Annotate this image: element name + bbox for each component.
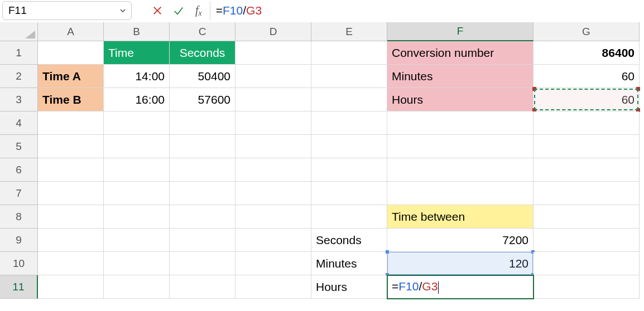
- cell-g3[interactable]: 60: [534, 88, 640, 111]
- formula-input[interactable]: =F10/G3: [210, 1, 642, 20]
- cell-d8[interactable]: [236, 205, 311, 229]
- row-header-8[interactable]: 8: [0, 205, 38, 229]
- confirm-button[interactable]: [170, 2, 188, 20]
- cell-d6[interactable]: [236, 158, 311, 182]
- cell-e10[interactable]: Minutes: [311, 252, 387, 275]
- cell-b9[interactable]: [104, 229, 170, 252]
- cell-b10[interactable]: [104, 252, 170, 275]
- cell-f4[interactable]: [387, 111, 534, 135]
- cell-g9[interactable]: [534, 229, 640, 252]
- cell-d7[interactable]: [236, 182, 311, 205]
- row-header-3[interactable]: 3: [0, 88, 38, 111]
- cell-e2[interactable]: [311, 65, 387, 88]
- row-header-11[interactable]: 11: [0, 275, 38, 299]
- cell-b8[interactable]: [104, 205, 170, 229]
- cell-c8[interactable]: [170, 205, 236, 229]
- col-header-b[interactable]: B: [104, 22, 170, 41]
- row-header-2[interactable]: 2: [0, 65, 38, 88]
- cell-d1[interactable]: [236, 41, 311, 65]
- chevron-down-icon[interactable]: [119, 7, 127, 14]
- cell-b6[interactable]: [104, 158, 170, 182]
- cell-g1[interactable]: 86400: [534, 41, 640, 65]
- cell-c6[interactable]: [170, 158, 236, 182]
- cell-f9[interactable]: 7200: [387, 229, 534, 252]
- cell-g7[interactable]: [534, 182, 640, 205]
- row-header-5[interactable]: 5: [0, 135, 38, 158]
- cell-b1[interactable]: Time: [104, 41, 170, 65]
- cell-e6[interactable]: [311, 158, 387, 182]
- cell-e11[interactable]: Hours: [311, 275, 387, 299]
- cell-a3[interactable]: Time B: [38, 88, 104, 111]
- cell-d10[interactable]: [236, 252, 311, 275]
- cell-f3[interactable]: Hours: [387, 88, 534, 111]
- cell-c7[interactable]: [170, 182, 236, 205]
- col-header-a[interactable]: A: [38, 22, 104, 41]
- cell-a2[interactable]: Time A: [38, 65, 104, 88]
- cell-g6[interactable]: [534, 158, 640, 182]
- cell-c3[interactable]: 57600: [170, 88, 236, 111]
- cell-g2[interactable]: 60: [534, 65, 640, 88]
- row-header-7[interactable]: 7: [0, 182, 38, 205]
- cell-b5[interactable]: [104, 135, 170, 158]
- row-header-4[interactable]: 4: [0, 111, 38, 135]
- cell-a9[interactable]: [38, 229, 104, 252]
- cell-c5[interactable]: [170, 135, 236, 158]
- cell-d4[interactable]: [236, 111, 311, 135]
- cell-b4[interactable]: [104, 111, 170, 135]
- cell-e9[interactable]: Seconds: [311, 229, 387, 252]
- col-header-g[interactable]: G: [534, 22, 640, 41]
- cell-a4[interactable]: [38, 111, 104, 135]
- cell-c11[interactable]: [170, 275, 236, 299]
- cell-c2[interactable]: 50400: [170, 65, 236, 88]
- cell-g11[interactable]: [534, 275, 640, 299]
- cell-f10[interactable]: 120: [387, 252, 534, 275]
- cell-a8[interactable]: [38, 205, 104, 229]
- cell-e3[interactable]: [311, 88, 387, 111]
- cancel-button[interactable]: [148, 2, 166, 20]
- cell-d11[interactable]: [236, 275, 311, 299]
- cell-f5[interactable]: [387, 135, 534, 158]
- row-header-1[interactable]: 1: [0, 41, 38, 65]
- name-box[interactable]: F11: [2, 1, 132, 20]
- fx-icon[interactable]: fx: [191, 4, 206, 18]
- col-header-c[interactable]: C: [170, 22, 236, 41]
- cell-d3[interactable]: [236, 88, 311, 111]
- cell-c9[interactable]: [170, 229, 236, 252]
- cell-b11[interactable]: [104, 275, 170, 299]
- cell-f1[interactable]: Conversion number: [387, 41, 534, 65]
- cell-a7[interactable]: [38, 182, 104, 205]
- cell-b2[interactable]: 14:00: [104, 65, 170, 88]
- row-header-9[interactable]: 9: [0, 229, 38, 252]
- spreadsheet-grid[interactable]: A B C D E F G 1 Time Seconds Conversion …: [0, 22, 644, 299]
- cell-g5[interactable]: [534, 135, 640, 158]
- cell-f11[interactable]: =F10/G3: [387, 275, 534, 299]
- cell-e4[interactable]: [311, 111, 387, 135]
- col-header-e[interactable]: E: [311, 22, 387, 41]
- cell-c10[interactable]: [170, 252, 236, 275]
- cell-a6[interactable]: [38, 158, 104, 182]
- cell-b3[interactable]: 16:00: [104, 88, 170, 111]
- cell-d5[interactable]: [236, 135, 311, 158]
- row-header-6[interactable]: 6: [0, 158, 38, 182]
- cell-d9[interactable]: [236, 229, 311, 252]
- cell-g4[interactable]: [534, 111, 640, 135]
- cell-a1[interactable]: [38, 41, 104, 65]
- cell-g10[interactable]: [534, 252, 640, 275]
- cell-f6[interactable]: [387, 158, 534, 182]
- cell-e1[interactable]: [311, 41, 387, 65]
- cell-a11[interactable]: [38, 275, 104, 299]
- cell-b7[interactable]: [104, 182, 170, 205]
- cell-d2[interactable]: [236, 65, 311, 88]
- cell-a5[interactable]: [38, 135, 104, 158]
- cell-f2[interactable]: Minutes: [387, 65, 534, 88]
- cell-f8[interactable]: Time between: [387, 205, 534, 229]
- col-header-f[interactable]: F: [387, 22, 534, 41]
- row-header-10[interactable]: 10: [0, 252, 38, 275]
- cell-e7[interactable]: [311, 182, 387, 205]
- cell-a10[interactable]: [38, 252, 104, 275]
- col-header-d[interactable]: D: [236, 22, 311, 41]
- cell-g8[interactable]: [534, 205, 640, 229]
- select-all-corner[interactable]: [0, 22, 38, 41]
- cell-f7[interactable]: [387, 182, 534, 205]
- cell-c1[interactable]: Seconds: [170, 41, 236, 65]
